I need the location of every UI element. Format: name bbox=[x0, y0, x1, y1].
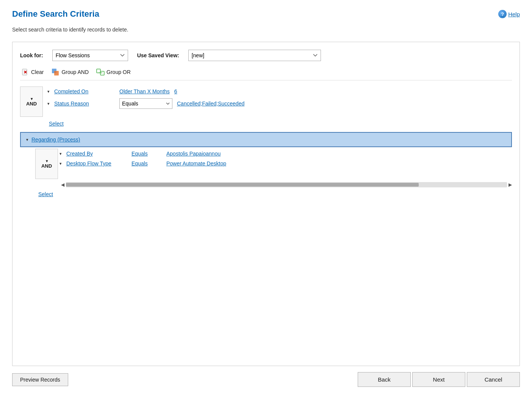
regarding-and-group: ▾ AND ▾ Created By Equals Apostolis Papa… bbox=[35, 149, 512, 179]
regarding-chevron-icon: ▾ bbox=[26, 137, 28, 142]
cancel-button[interactable]: Cancel bbox=[467, 372, 520, 387]
completed-on-value[interactable]: 6 bbox=[174, 88, 177, 94]
scrollbar-thumb bbox=[66, 183, 419, 187]
regarding-header[interactable]: ▾ Regarding (Process) bbox=[20, 132, 512, 147]
scrollbar-row: ◀ ▶ bbox=[61, 182, 512, 187]
page-header: Define Search Criteria ? Help bbox=[12, 9, 520, 19]
saved-view-select[interactable]: [new] bbox=[188, 50, 321, 61]
regarding-and-box[interactable]: ▾ AND bbox=[35, 149, 58, 179]
completed-on-operator[interactable]: Older Than X Months bbox=[119, 88, 170, 94]
help-icon: ? bbox=[498, 10, 507, 18]
page-title: Define Search Criteria bbox=[12, 9, 99, 19]
page-description: Select search criteria to identify recor… bbox=[12, 27, 520, 33]
clear-icon bbox=[22, 68, 29, 76]
regarding-link[interactable]: Regarding (Process) bbox=[31, 137, 80, 143]
select-link[interactable]: Select bbox=[49, 121, 64, 127]
status-reason-value[interactable]: Cancelled;Failed;Succeeded bbox=[177, 101, 244, 107]
regarding-children: ▾ AND ▾ Created By Equals Apostolis Papa… bbox=[35, 149, 512, 200]
look-for-row: Look for: Flow Sessions Use Saved View: … bbox=[20, 50, 512, 61]
group-or-label: Group OR bbox=[106, 69, 131, 75]
table-row: ▾ Desktop Flow Type Equals Power Automat… bbox=[59, 159, 512, 168]
chevron-down-icon[interactable]: ▾ bbox=[47, 89, 50, 94]
main-panel: Look for: Flow Sessions Use Saved View: … bbox=[12, 42, 520, 366]
status-reason-operator-select[interactable]: Equals bbox=[119, 98, 172, 109]
clear-label: Clear bbox=[31, 69, 44, 75]
table-row: ▾ Status Reason Equals Cancelled;Failed;… bbox=[47, 96, 512, 111]
back-button[interactable]: Back bbox=[358, 372, 411, 387]
and-group-box[interactable]: ▾ AND bbox=[20, 86, 43, 117]
scrollbar-left-arrow[interactable]: ◀ bbox=[61, 182, 64, 187]
desktop-flow-type-value[interactable]: Power Automate Desktop bbox=[166, 160, 226, 167]
table-row: ▾ Completed On Older Than X Months 6 bbox=[47, 86, 512, 96]
regarding-select-row: Select bbox=[35, 189, 512, 200]
regarding-block: ▾ Regarding (Process) ▾ AND ▾ Cr bbox=[20, 132, 512, 200]
chevron-and: ▾ bbox=[31, 97, 33, 101]
next-button[interactable]: Next bbox=[412, 372, 465, 387]
desktop-flow-type-field[interactable]: Desktop Flow Type bbox=[66, 160, 127, 167]
scrollbar-right-arrow[interactable]: ▶ bbox=[509, 182, 512, 187]
help-link[interactable]: ? Help bbox=[498, 10, 520, 18]
group-and-button[interactable]: Group AND bbox=[50, 67, 90, 77]
completed-on-field[interactable]: Completed On bbox=[54, 88, 115, 94]
regarding-chevron: ▾ bbox=[46, 159, 48, 163]
saved-view-label: Use Saved View: bbox=[137, 52, 179, 58]
group-and-icon bbox=[51, 68, 59, 76]
nav-buttons: Back Next Cancel bbox=[358, 372, 520, 387]
regarding-criteria-rows: ▾ Created By Equals Apostolis Papaioanno… bbox=[59, 149, 512, 168]
chevron-down-icon[interactable]: ▾ bbox=[59, 151, 62, 156]
group-and-label: Group AND bbox=[61, 69, 89, 75]
select-row: Select bbox=[46, 118, 512, 129]
preview-records-button[interactable]: Preview Records bbox=[12, 373, 68, 386]
svg-rect-0 bbox=[22, 69, 27, 75]
clear-button[interactable]: Clear bbox=[20, 68, 45, 77]
regarding-select-link[interactable]: Select bbox=[38, 191, 53, 197]
svg-rect-5 bbox=[97, 69, 100, 73]
chevron-down-icon[interactable]: ▾ bbox=[47, 101, 50, 106]
svg-rect-4 bbox=[54, 71, 59, 75]
look-for-select[interactable]: Flow Sessions bbox=[52, 50, 128, 61]
regarding-and-label: AND bbox=[41, 163, 52, 169]
criteria-area: ▾ AND ▾ Completed On Older Than X Months… bbox=[20, 86, 512, 358]
first-and-group: ▾ AND ▾ Completed On Older Than X Months… bbox=[20, 86, 512, 117]
group-or-icon bbox=[96, 68, 105, 76]
bottom-bar: Preview Records Back Next Cancel bbox=[12, 366, 520, 387]
group-or-button[interactable]: Group OR bbox=[95, 67, 132, 77]
created-by-operator[interactable]: Equals bbox=[131, 151, 162, 157]
created-by-field[interactable]: Created By bbox=[66, 151, 127, 157]
svg-rect-6 bbox=[100, 71, 104, 75]
table-row: ▾ Created By Equals Apostolis Papaioanno… bbox=[59, 149, 512, 159]
chevron-down-icon[interactable]: ▾ bbox=[59, 161, 62, 166]
help-label: Help bbox=[508, 11, 520, 17]
desktop-flow-type-operator[interactable]: Equals bbox=[131, 160, 162, 167]
status-reason-field[interactable]: Status Reason bbox=[54, 101, 115, 107]
and-label: AND bbox=[26, 101, 37, 107]
look-for-label: Look for: bbox=[20, 52, 43, 58]
criteria-rows: ▾ Completed On Older Than X Months 6 ▾ S… bbox=[47, 86, 512, 111]
scrollbar-track[interactable] bbox=[66, 182, 507, 187]
toolbar: Clear Group AND Group OR bbox=[20, 67, 512, 80]
created-by-value[interactable]: Apostolis Papaioannou bbox=[166, 151, 221, 157]
